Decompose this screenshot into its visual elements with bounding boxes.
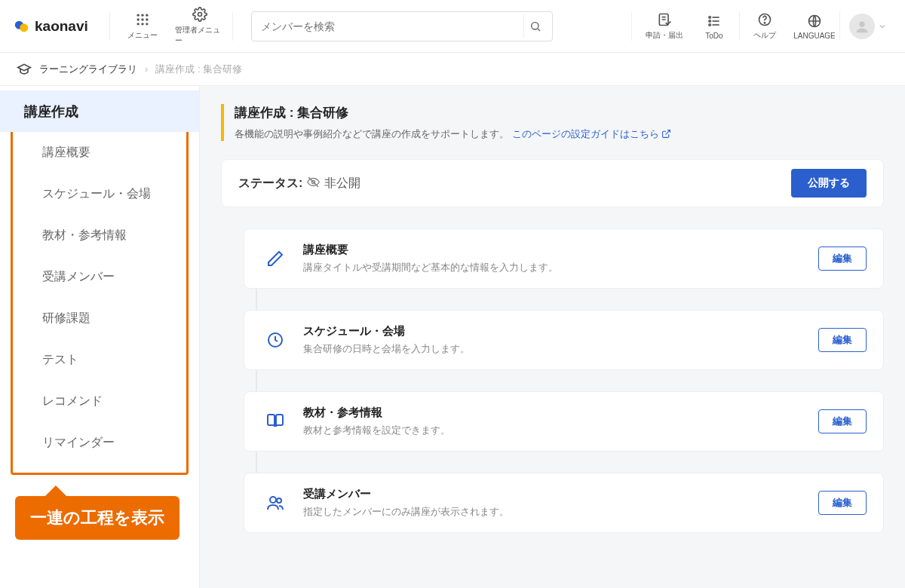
svg-point-18 [709,16,711,18]
svg-point-29 [277,498,281,503]
sidebar: 講座作成 講座概要 スケジュール・会場 教材・参考情報 受講メンバー 研修課題 … [0,86,200,588]
menu-button[interactable]: メニュー [118,4,167,49]
svg-point-24 [859,21,864,26]
svg-point-20 [709,23,711,26]
publish-button[interactable]: 公開する [791,169,867,198]
user-menu[interactable] [840,14,891,39]
svg-point-7 [146,18,148,20]
admin-menu-label: 管理者メニュー [175,25,225,46]
svg-point-9 [141,23,143,25]
step-desc: 講座タイトルや受講期間など基本的な情報を入力します。 [303,262,805,274]
guide-link[interactable]: このページの設定ガイドはこちら [512,128,672,139]
svg-point-10 [146,23,148,25]
step-title: スケジュール・会場 [303,324,805,338]
brand-mark-icon [14,18,30,35]
page-description: 各機能の説明や事例紹介などで講座の作成をサポートします。 このページの設定ガイド… [235,127,884,141]
right-actions: 申請・届出 ToDo ヘルプ LANGUAGE [640,4,891,49]
step-materials: 教材・参考情報 教材と参考情報を設定できます。 編集 [244,391,884,452]
status-label: ステータス: [238,176,302,191]
clock-icon [261,326,290,354]
step-title: 受講メンバー [303,487,805,501]
book-icon [261,407,290,436]
svg-point-6 [141,18,143,20]
globe-icon [806,13,823,29]
svg-point-19 [709,20,711,22]
grid-icon [134,11,151,28]
step-desc: 教材と参考情報を設定できます。 [303,424,805,437]
brand-logo[interactable]: kaonavi [14,18,102,35]
breadcrumb: ラーニングライブラリ › 講座作成 : 集合研修 [0,53,905,86]
external-link-icon [661,129,671,139]
sidebar-head[interactable]: 講座作成 [0,90,199,132]
svg-point-5 [137,18,139,20]
step-desc: 集合研修の日時と会場を入力します。 [303,343,805,356]
edit-button[interactable]: 編集 [818,409,867,433]
svg-point-28 [270,497,276,503]
page-title: 講座作成 : 集合研修 [235,104,884,121]
sidebar-item-materials[interactable]: 教材・参考情報 [0,215,199,256]
pencil-icon [261,244,290,273]
sidebar-item-schedule[interactable]: スケジュール・会場 [0,173,199,215]
sidebar-item-assignment[interactable]: 研修課題 [0,298,199,339]
steps-timeline: 講座概要 講座タイトルや受講期間など基本的な情報を入力します。 編集 スケジュー… [221,228,884,533]
todo-button[interactable]: ToDo [689,4,739,49]
search-area [241,11,624,41]
step-members: 受講メンバー 指定したメンバーにのみ講座が表示されます。 編集 [244,473,884,533]
main-content: 講座作成 : 集合研修 各機能の説明や事例紹介などで講座の作成をサポートします。… [200,86,905,588]
sidebar-item-overview[interactable]: 講座概要 [0,132,199,173]
language-button[interactable]: LANGUAGE [790,4,839,49]
users-icon [261,488,290,517]
step-overview: 講座概要 講座タイトルや受講期間など基本的な情報を入力します。 編集 [244,228,884,289]
avatar-icon [849,14,875,39]
language-label: LANGUAGE [793,32,836,40]
search-icon[interactable] [523,14,548,38]
status-value: 非公開 [324,176,360,191]
breadcrumb-root[interactable]: ラーニングライブラリ [39,63,137,76]
apply-icon [656,11,673,28]
edit-button[interactable]: 編集 [818,328,867,352]
help-label: ヘルプ [753,30,776,41]
svg-point-8 [137,23,139,25]
svg-point-1 [20,23,28,32]
edit-button[interactable]: 編集 [818,491,867,515]
svg-line-13 [538,29,540,31]
sidebar-item-members[interactable]: 受講メンバー [0,256,199,298]
step-desc: 指定したメンバーにのみ講座が表示されます。 [303,506,805,519]
sidebar-item-recommend[interactable]: レコメンド [0,381,199,422]
edit-button[interactable]: 編集 [818,247,867,271]
gear-icon [192,6,208,23]
chevron-down-icon [878,22,887,31]
step-schedule: スケジュール・会場 集合研修の日時と会場を入力します。 編集 [244,310,884,370]
help-icon [756,11,773,28]
admin-menu-button[interactable]: 管理者メニュー [175,4,225,49]
sidebar-item-test[interactable]: テスト [0,339,199,381]
sidebar-item-reminder[interactable]: リマインダー [0,422,199,464]
breadcrumb-current: 講座作成 : 集合研修 [155,63,242,76]
status-bar: ステータス: 非公開 公開する [221,159,884,207]
brand-name: kaonavi [35,18,88,35]
todo-label: ToDo [705,32,722,40]
search-input[interactable] [261,20,523,32]
eye-off-icon [307,176,320,190]
topbar: kaonavi メニュー 管理者メニュー [0,0,905,53]
breadcrumb-separator: › [145,63,148,75]
search-field[interactable] [251,11,553,41]
help-button[interactable]: ヘルプ [740,4,790,49]
svg-point-4 [146,14,148,17]
list-icon [706,13,722,29]
menu-label: メニュー [127,30,158,41]
svg-point-22 [764,23,765,23]
graduation-cap-icon [17,62,32,77]
annotation-callout: 一連の工程を表示 [15,496,179,540]
apply-label: 申請・届出 [646,30,683,41]
step-title: 教材・参考情報 [303,406,805,420]
svg-point-11 [198,13,201,17]
step-title: 講座概要 [303,243,805,257]
svg-point-3 [141,14,143,17]
svg-point-2 [137,14,139,17]
apply-button[interactable]: 申請・届出 [640,4,689,49]
svg-point-12 [532,22,538,29]
